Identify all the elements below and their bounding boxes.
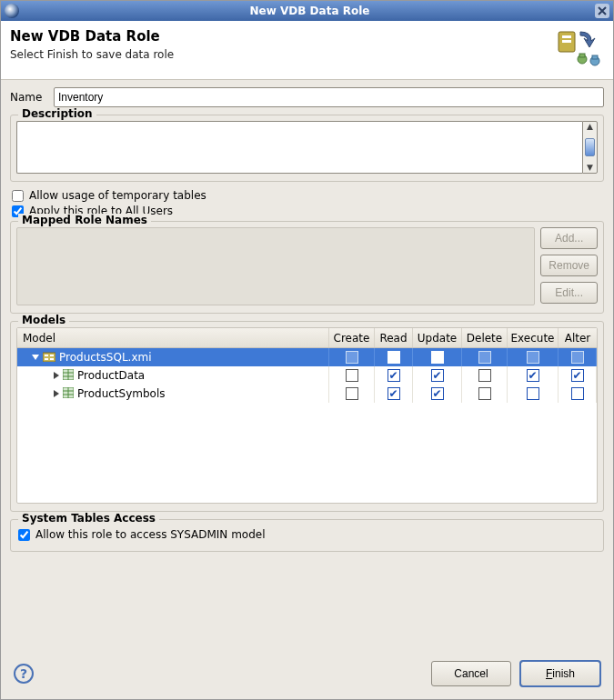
perm-checkbox[interactable] xyxy=(346,387,358,400)
description-textarea[interactable] xyxy=(16,121,582,174)
perm-cell[interactable] xyxy=(329,348,375,366)
collapse-icon[interactable] xyxy=(32,355,39,360)
table-row[interactable]: ProductData ✔✔✔✔ xyxy=(17,366,597,385)
perm-cell[interactable] xyxy=(508,348,559,366)
mapped-roles-legend: Mapped Role Names xyxy=(18,214,151,226)
app-icon xyxy=(5,4,19,18)
add-role-button[interactable]: Add... xyxy=(540,227,598,249)
scroll-thumb[interactable] xyxy=(585,138,595,156)
allow-sysadmin-checkbox[interactable] xyxy=(18,529,30,541)
perm-checkbox[interactable]: ✔ xyxy=(431,369,444,382)
svg-rect-4 xyxy=(579,54,585,57)
perm-checkbox[interactable] xyxy=(571,387,584,400)
page-subtitle: Select Finish to save data role xyxy=(10,48,555,61)
col-alter-header[interactable]: Alter xyxy=(559,328,597,347)
allow-temp-tables-label: Allow usage of temporary tables xyxy=(29,189,206,202)
expand-icon[interactable] xyxy=(54,372,59,379)
models-group: Models Model Create Read Update Delete E… xyxy=(10,321,604,512)
svg-rect-11 xyxy=(50,358,54,360)
table-row[interactable]: ProductSymbols ✔✔ xyxy=(17,385,597,403)
model-name-cell[interactable]: ProductData xyxy=(17,366,329,385)
wizard-banner-icon xyxy=(555,28,604,70)
description-group: Description ▲ ▼ xyxy=(10,115,604,182)
svg-rect-7 xyxy=(43,353,55,362)
description-legend: Description xyxy=(18,107,96,120)
perm-checkbox[interactable]: ✔ xyxy=(388,387,400,400)
svg-rect-8 xyxy=(45,355,48,356)
close-icon[interactable] xyxy=(595,4,609,18)
expand-icon[interactable] xyxy=(54,390,59,397)
name-label: Name xyxy=(10,91,54,104)
models-legend: Models xyxy=(18,314,69,326)
perm-checkbox[interactable]: ✔ xyxy=(571,369,584,382)
description-scrollbar[interactable]: ▲ ▼ xyxy=(582,121,598,174)
perm-cell[interactable] xyxy=(559,348,597,366)
perm-cell[interactable]: ✔ xyxy=(508,366,559,385)
finish-button[interactable]: Finish xyxy=(520,661,600,686)
col-execute-header[interactable]: Execute xyxy=(508,328,559,347)
perm-cell[interactable]: ✔ xyxy=(375,385,413,403)
allow-temp-tables-checkbox[interactable] xyxy=(12,190,24,202)
model-name-label: ProductData xyxy=(77,369,145,382)
svg-rect-6 xyxy=(592,55,598,59)
models-table-header: Model Create Read Update Delete Execute … xyxy=(17,328,597,348)
finish-post: inish xyxy=(552,667,575,680)
edit-role-button[interactable]: Edit... xyxy=(540,282,598,304)
system-tables-legend: System Tables Access xyxy=(18,512,159,525)
perm-cell[interactable]: ✔ xyxy=(375,366,413,385)
perm-cell[interactable] xyxy=(462,385,508,403)
perm-cell[interactable]: ✔ xyxy=(413,385,462,403)
svg-rect-2 xyxy=(562,40,571,43)
perm-checkbox[interactable] xyxy=(478,351,491,364)
perm-cell[interactable] xyxy=(462,348,508,366)
col-read-header[interactable]: Read xyxy=(375,328,413,347)
name-input[interactable] xyxy=(54,87,604,107)
mapped-roles-list[interactable] xyxy=(16,227,535,305)
model-name-cell[interactable]: ProductsSQL.xmi xyxy=(17,348,329,366)
perm-checkbox[interactable] xyxy=(478,387,491,400)
cancel-button[interactable]: Cancel xyxy=(431,661,511,686)
help-icon[interactable]: ? xyxy=(14,664,34,684)
model-file-icon xyxy=(43,351,55,365)
perm-checkbox[interactable] xyxy=(346,351,358,364)
table-row[interactable]: ProductsSQL.xmi ✔✔ xyxy=(17,348,597,366)
perm-checkbox[interactable]: ✔ xyxy=(388,351,400,364)
table-icon xyxy=(63,369,74,383)
perm-checkbox[interactable] xyxy=(478,369,491,382)
perm-checkbox[interactable]: ✔ xyxy=(431,387,444,400)
perm-checkbox[interactable]: ✔ xyxy=(388,369,400,382)
perm-checkbox[interactable]: ✔ xyxy=(527,369,539,382)
perm-cell[interactable]: ✔ xyxy=(559,366,597,385)
col-create-header[interactable]: Create xyxy=(329,328,375,347)
perm-cell[interactable] xyxy=(462,366,508,385)
remove-role-button[interactable]: Remove xyxy=(540,255,598,276)
window-title: New VDB Data Role xyxy=(25,5,595,17)
models-table-body: ProductsSQL.xmi ✔✔ ProductData ✔✔✔✔ Prod… xyxy=(17,348,597,503)
perm-cell[interactable]: ✔ xyxy=(375,348,413,366)
perm-cell[interactable] xyxy=(559,385,597,403)
perm-cell[interactable] xyxy=(508,385,559,403)
perm-checkbox[interactable] xyxy=(527,387,539,400)
wizard-footer: ? Cancel Finish xyxy=(1,652,613,699)
perm-checkbox[interactable] xyxy=(527,351,539,364)
perm-checkbox[interactable] xyxy=(571,351,584,364)
col-update-header[interactable]: Update xyxy=(413,328,462,347)
scroll-down-icon[interactable]: ▼ xyxy=(587,164,593,172)
svg-rect-10 xyxy=(45,358,48,360)
col-model-header[interactable]: Model xyxy=(17,328,329,347)
col-delete-header[interactable]: Delete xyxy=(462,328,508,347)
window-titlebar: New VDB Data Role xyxy=(1,1,613,21)
table-icon xyxy=(63,387,74,401)
model-name-label: ProductSymbols xyxy=(77,387,166,400)
perm-cell[interactable] xyxy=(329,385,375,403)
model-name-cell[interactable]: ProductSymbols xyxy=(17,385,329,403)
page-title: New VDB Data Role xyxy=(10,28,555,45)
scroll-up-icon[interactable]: ▲ xyxy=(587,123,593,131)
model-name-label: ProductsSQL.xmi xyxy=(59,351,152,364)
perm-cell[interactable] xyxy=(329,366,375,385)
perm-checkbox[interactable] xyxy=(346,369,358,382)
perm-cell[interactable]: ✔ xyxy=(413,348,462,366)
perm-checkbox[interactable]: ✔ xyxy=(431,351,444,364)
perm-cell[interactable]: ✔ xyxy=(413,366,462,385)
system-tables-group: System Tables Access Allow this role to … xyxy=(10,519,604,552)
